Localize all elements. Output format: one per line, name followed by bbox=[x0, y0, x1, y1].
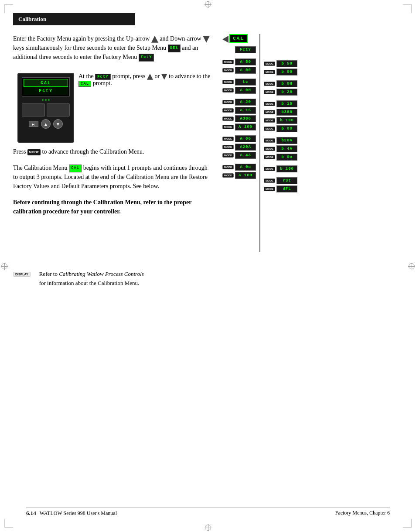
right-menu-row-3: MODEb 20 bbox=[264, 89, 297, 96]
right-mode-btn-6: MODE bbox=[264, 118, 275, 123]
left-mode-btn-12: MODE bbox=[222, 173, 234, 178]
menu-divider bbox=[259, 34, 260, 252]
left-mode-btn-1: MODE bbox=[222, 68, 234, 72]
left-mode-btn-3: MODE bbox=[222, 88, 234, 93]
right-mode-btn-9: MODE bbox=[264, 147, 275, 151]
right-menu-row-11: MODEb 100 bbox=[264, 165, 297, 172]
corner-bl bbox=[4, 519, 13, 528]
refer-text-block: Refer to Calibrating Watlow Process Cont… bbox=[39, 270, 144, 288]
ctrl-dot-1 bbox=[42, 99, 44, 101]
cal-spacer-top bbox=[222, 55, 256, 58]
ctrl-dots bbox=[42, 99, 50, 101]
ctrl-mode-btn: ▶| bbox=[29, 121, 38, 127]
right-menu-row-0: MODEb 50 bbox=[264, 60, 297, 67]
right-menu-row-6: MODEb 100 bbox=[264, 117, 297, 124]
left-menu-row-2: MODEtc bbox=[222, 79, 256, 86]
right-spacer-11 bbox=[264, 174, 297, 177]
ctrl-down-btn: ▼ bbox=[53, 119, 63, 129]
right-display-4: b 15 bbox=[276, 100, 297, 107]
right-menu-row-9: MODEb 4A bbox=[264, 145, 297, 152]
ctrl-display-row-fcty: FctY bbox=[24, 87, 68, 95]
left-menu-row-4: MODEA 20 bbox=[222, 99, 256, 106]
left-menu-items: MODEA 50MODEA 00MODEtcMODEA 0HMODEA 20MO… bbox=[222, 58, 256, 179]
ctrl-dot-2 bbox=[45, 99, 47, 101]
reg-mark-bottom bbox=[205, 524, 211, 531]
footer-left-text: WATLOW Series 998 User's Manual bbox=[40, 510, 117, 517]
right-display-11: b 100 bbox=[276, 165, 297, 172]
right-menu-row-12: MODErSt bbox=[264, 177, 297, 184]
left-menu-row-7: MODEA 100 bbox=[222, 124, 256, 130]
right-display-0: b 50 bbox=[276, 60, 297, 67]
left-mode-btn-8: MODE bbox=[222, 137, 234, 141]
right-mode-btn-8: MODE bbox=[264, 138, 275, 143]
cal-menu-display: CAL bbox=[69, 165, 82, 172]
left-mode-btn-4: MODE bbox=[222, 100, 234, 104]
right-display-2: b 0H bbox=[276, 80, 297, 87]
controller-diagram-wrapper: CAL FctY ▶| bbox=[13, 69, 74, 147]
right-display-13: dFL bbox=[276, 185, 297, 192]
reg-mark-left bbox=[1, 263, 8, 270]
left-display-2: tc bbox=[235, 79, 256, 86]
right-display-3: b 20 bbox=[276, 89, 297, 96]
left-column: Enter the Factory Menu again by pressing… bbox=[13, 34, 214, 252]
cal-header-row-fcty: FctY bbox=[222, 46, 256, 53]
right-display-5: b380 bbox=[276, 109, 297, 116]
reg-mark-top bbox=[205, 1, 211, 8]
right-menu-row-5: MODEb380 bbox=[264, 109, 297, 116]
left-menu-row-3: MODEA 0H bbox=[222, 87, 256, 94]
right-spacer-10 bbox=[264, 162, 297, 165]
up-arrow-icon-2 bbox=[147, 74, 153, 80]
right-display-8: b20A bbox=[276, 137, 297, 144]
right-spacer-3 bbox=[264, 97, 297, 100]
left-spacer-1 bbox=[222, 75, 256, 79]
left-display-1: A 00 bbox=[235, 67, 256, 74]
fcty-display-menu: FctY bbox=[235, 46, 256, 53]
right-mode-btn-7: MODE bbox=[264, 127, 275, 131]
right-mode-btn-5: MODE bbox=[264, 110, 275, 114]
right-spacer-1 bbox=[264, 77, 297, 80]
main-layout: Enter the Factory Menu again by pressing… bbox=[13, 34, 403, 252]
corner-tr bbox=[403, 4, 412, 13]
left-display-5: A 15 bbox=[235, 107, 256, 114]
corner-tl bbox=[4, 4, 13, 13]
left-display-10: A 4A bbox=[235, 152, 256, 159]
right-menu-row-2: MODEb 0H bbox=[264, 80, 297, 87]
footer-page-number: 6.14 bbox=[26, 510, 36, 517]
header-bar: Calibration bbox=[13, 13, 135, 25]
left-display-3: A 0H bbox=[235, 87, 256, 94]
down-arrow-icon-2 bbox=[161, 74, 167, 80]
menu-header-area: CAL bbox=[222, 34, 256, 45]
left-menu-row-12: MODEA 100 bbox=[222, 172, 256, 179]
left-menu-row-0: MODEA 50 bbox=[222, 58, 256, 65]
right-display-10: b 0o bbox=[276, 154, 297, 161]
reg-mark-right bbox=[408, 263, 415, 270]
footer-right-text: Factory Menus, Chapter 6 bbox=[335, 510, 390, 517]
right-mode-btn-1: MODE bbox=[264, 70, 275, 74]
left-mode-btn-6: MODE bbox=[222, 117, 234, 121]
left-arrow-icon bbox=[222, 36, 228, 43]
cal-prompt-display: CAL bbox=[78, 81, 91, 87]
left-mode-btn-10: MODE bbox=[222, 153, 234, 158]
left-spacer-7 bbox=[222, 132, 256, 135]
down-arrow-icon bbox=[203, 36, 210, 43]
left-mode-btn-2: MODE bbox=[222, 80, 234, 84]
left-display-12: A 100 bbox=[235, 172, 256, 179]
para3-text: The Calibration Menu CAL begins with inp… bbox=[13, 163, 214, 191]
ctrl-dot-3 bbox=[48, 99, 50, 101]
left-menu-row-10: MODEA 4A bbox=[222, 152, 256, 159]
right-mode-btn-10: MODE bbox=[264, 155, 275, 159]
left-display-9: A20A bbox=[235, 144, 256, 151]
right-display-7: b 00 bbox=[276, 125, 297, 132]
left-menu-row-1: MODEA 00 bbox=[222, 67, 256, 74]
bold-section: Before continuing through the Calibratio… bbox=[13, 198, 214, 216]
diagram-description: At the FctY prompt, press or to advance … bbox=[78, 73, 214, 87]
left-display-6: A380 bbox=[235, 115, 256, 122]
left-mode-btn-5: MODE bbox=[222, 108, 234, 113]
para1-text: Enter the Factory Menu again by pressing… bbox=[13, 34, 214, 62]
ctrl-display-row-cal: CAL bbox=[24, 79, 68, 87]
left-display-0: A 50 bbox=[235, 58, 256, 65]
mode-btn-inline: MODE bbox=[27, 149, 41, 155]
left-spacer-10 bbox=[222, 160, 256, 164]
left-mode-btn-9: MODE bbox=[222, 145, 234, 149]
right-menu-row-8: MODEb20A bbox=[264, 137, 297, 144]
